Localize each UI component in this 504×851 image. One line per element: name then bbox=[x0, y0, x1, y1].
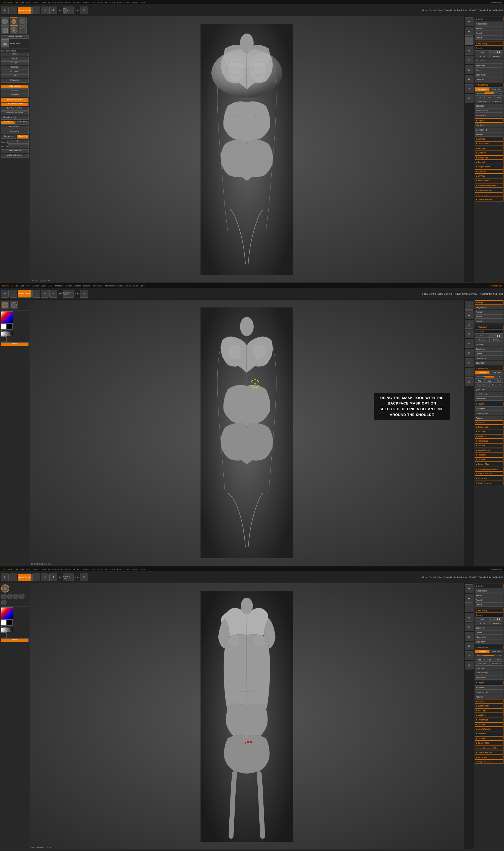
dynamesh-btn[interactable]: DynaMesh bbox=[475, 87, 489, 91]
p2-menu-draw[interactable]: Draw bbox=[41, 285, 46, 287]
strip-btn-3[interactable]: ❏ bbox=[465, 37, 473, 45]
p2-create-shell-btn[interactable]: Create Shell bbox=[475, 383, 489, 387]
deformation-section[interactable]: ▶ Deformation bbox=[475, 141, 503, 146]
p2-sub-btn[interactable]: Sub bbox=[484, 379, 494, 383]
p2-quick-sketch-btn[interactable]: Quick Sketch bbox=[18, 290, 32, 298]
p2-strip-1[interactable]: ▼ bbox=[465, 301, 473, 309]
p3-rotate-btn[interactable]: ↺ bbox=[49, 573, 57, 581]
p3-menu-stroke[interactable]: Stroke bbox=[125, 568, 131, 570]
p3-add-btn[interactable]: Add bbox=[475, 658, 484, 661]
project-btn[interactable]: Project bbox=[475, 31, 503, 35]
p2-dynamesh-btn[interactable]: DynaMesh bbox=[475, 371, 489, 374]
create-shell-btn[interactable]: Create Shell bbox=[475, 100, 489, 103]
mod-samples-btn[interactable]: Samples bbox=[1, 61, 29, 65]
brush-name-btn[interactable]: Smooth Brushes bbox=[1, 35, 29, 39]
visibility-section[interactable]: ▶ Visibility bbox=[475, 151, 503, 155]
menu-item-canvas[interactable]: Canvas bbox=[32, 1, 39, 3]
strip-btn-9[interactable]: ⊛ bbox=[465, 94, 473, 103]
p2-menu-macro[interactable]: Macro bbox=[48, 285, 53, 287]
p3-divide-btn[interactable]: Divide bbox=[475, 617, 489, 621]
menu-item-file[interactable]: File bbox=[15, 1, 19, 3]
p2-masking-section[interactable]: ▶ Masking bbox=[475, 430, 503, 434]
p2-remesh-btn[interactable]: Remesh bbox=[475, 309, 503, 314]
p3-extract-btn[interactable]: Extract bbox=[475, 602, 503, 607]
resolution-slider[interactable]: Resolution 2848 bbox=[475, 91, 503, 95]
surface-btn[interactable]: Surface bbox=[1, 89, 29, 93]
p3-masking-section[interactable]: ▶ Masking bbox=[475, 708, 503, 713]
p2-and-btn[interactable]: And bbox=[494, 379, 503, 383]
p3-menu-script[interactable]: Script bbox=[140, 568, 145, 570]
p2-strip-2[interactable]: ◆ bbox=[465, 311, 473, 319]
p3-strip-3[interactable]: ❏ bbox=[465, 603, 473, 612]
p3-color-gradient[interactable] bbox=[1, 607, 13, 620]
p2-mesh-int-btn[interactable]: MeshIntegrity bbox=[475, 396, 503, 401]
p3-menu-macro[interactable]: Macro bbox=[48, 568, 53, 570]
menu-item-macro[interactable]: Macro bbox=[48, 1, 53, 3]
p3-menu-file[interactable]: File bbox=[15, 568, 19, 570]
p2-projection-btn[interactable]: P bbox=[1, 290, 9, 298]
p2-toolsub-color[interactable] bbox=[1, 336, 6, 342]
p2-resolution-slider[interactable]: Resolution 2848 bbox=[475, 375, 503, 378]
p3-menu-render[interactable]: Render bbox=[65, 568, 72, 570]
p3-dot-3[interactable] bbox=[13, 594, 19, 599]
backface-mask-btn[interactable]: BackfaceMask bbox=[15, 121, 29, 125]
p3-and-btn[interactable]: And bbox=[494, 658, 503, 661]
brush-thumb-3[interactable] bbox=[19, 17, 27, 25]
geometry-hd-btn[interactable]: Geometry HD bbox=[475, 128, 503, 132]
p3-menu-analyze[interactable]: Analyze bbox=[73, 568, 81, 570]
high-intensity-btn[interactable]: High Intensity 100 bbox=[63, 6, 74, 14]
polygroups-section[interactable]: ▶ Polygroups bbox=[475, 155, 503, 160]
p2-texture-map-section[interactable]: ▶ Texture Map bbox=[475, 462, 503, 466]
p2-strip-7[interactable]: ◉ bbox=[465, 358, 473, 367]
poly-tank-mesh-insert[interactable]: Poly Tank Mesh Insert bbox=[1, 103, 29, 106]
p3-menu-tool[interactable]: Tool bbox=[92, 568, 96, 570]
p3-group-polish-btn[interactable]: Group Polish bbox=[489, 650, 503, 653]
p3-active-brush[interactable] bbox=[1, 584, 9, 592]
p2-surface-section[interactable]: ▶ Surface bbox=[475, 420, 503, 425]
display-props-section[interactable]: ▶ Display Properties bbox=[475, 197, 503, 201]
p3-geom-hd-btn[interactable]: Geometry HD bbox=[475, 690, 503, 694]
p2-menu-stencil[interactable]: Stencil bbox=[116, 285, 123, 287]
topological-btn[interactable]: Topological bbox=[1, 135, 16, 139]
menu-item-render[interactable]: Render bbox=[65, 1, 72, 3]
dynamesh-section[interactable]: ▼ DynaMesh bbox=[475, 83, 503, 87]
edgeloop-btn[interactable]: EdgeLoop bbox=[475, 63, 503, 68]
p3-strip-8[interactable]: ✦ bbox=[465, 651, 473, 660]
p3-modify-topo-btn[interactable]: Modify Topology bbox=[475, 671, 503, 675]
p2-extract-btn[interactable]: Extract bbox=[475, 319, 503, 323]
p3-merge-header[interactable]: ▶ Merge bbox=[475, 584, 503, 588]
menu-item-material[interactable]: Material bbox=[55, 1, 63, 3]
p3-strip-5[interactable]: ≡ bbox=[465, 623, 473, 631]
p2-strip-3[interactable]: ❏ bbox=[465, 320, 473, 329]
p2-gsmoother-btn[interactable]: gSmoother bbox=[475, 387, 503, 391]
p2-contact-section[interactable]: ▶ Contact bbox=[475, 443, 503, 448]
z-intensity-btn[interactable]: 25 bbox=[80, 6, 88, 14]
colormask-btn[interactable]: ColorMask bbox=[1, 130, 29, 134]
normal-map-section[interactable]: ▶ Normal Map bbox=[475, 192, 503, 197]
menu-item-draw[interactable]: Draw bbox=[41, 1, 46, 3]
p3-polypaint-section[interactable]: ▶ Polypaint bbox=[475, 732, 503, 736]
projection-btn[interactable]: P bbox=[1, 6, 9, 14]
texture-map-section[interactable]: ▶ Texture Map bbox=[475, 179, 503, 183]
remesh-btn[interactable]: Remesh bbox=[475, 26, 503, 31]
p2-visibility-section[interactable]: ▶ Visibility bbox=[475, 434, 503, 439]
mask-poly-btn[interactable]: Mask By Polygroups 0 bbox=[1, 98, 29, 102]
p3-strip-9[interactable]: ⊛ bbox=[465, 661, 473, 670]
p2-strip-9[interactable]: ⊛ bbox=[465, 377, 473, 386]
p2-menu-view[interactable]: View bbox=[25, 285, 30, 287]
shadowbox-btn[interactable]: ShadowBox bbox=[475, 72, 503, 77]
layers-section[interactable]: ▶ Layers bbox=[475, 118, 503, 123]
p3-deformation-section[interactable]: ▶ Deformation bbox=[475, 704, 503, 708]
p2-add-btn[interactable]: Add bbox=[475, 379, 484, 383]
directional-btn[interactable]: Directional bbox=[1, 116, 15, 120]
p2-high-btn[interactable]: Intensity 100 bbox=[63, 290, 74, 298]
p2-color-gradient[interactable] bbox=[1, 311, 13, 323]
p3-menu-sculpt[interactable]: Sculpt bbox=[97, 568, 103, 570]
surface-section[interactable]: ▶ Surface bbox=[475, 137, 503, 141]
p2-shadowbox-btn[interactable]: ShadowBox bbox=[475, 356, 503, 360]
p2-menu-analyze[interactable]: Analyze bbox=[73, 285, 81, 287]
p2-geom-hd-btn[interactable]: Geometry HD bbox=[475, 411, 503, 415]
p2-menu-script[interactable]: Script bbox=[140, 285, 145, 287]
divide-btn[interactable]: Divide bbox=[475, 50, 489, 54]
p3-gsmoother-btn[interactable]: gSmoother bbox=[475, 666, 503, 670]
